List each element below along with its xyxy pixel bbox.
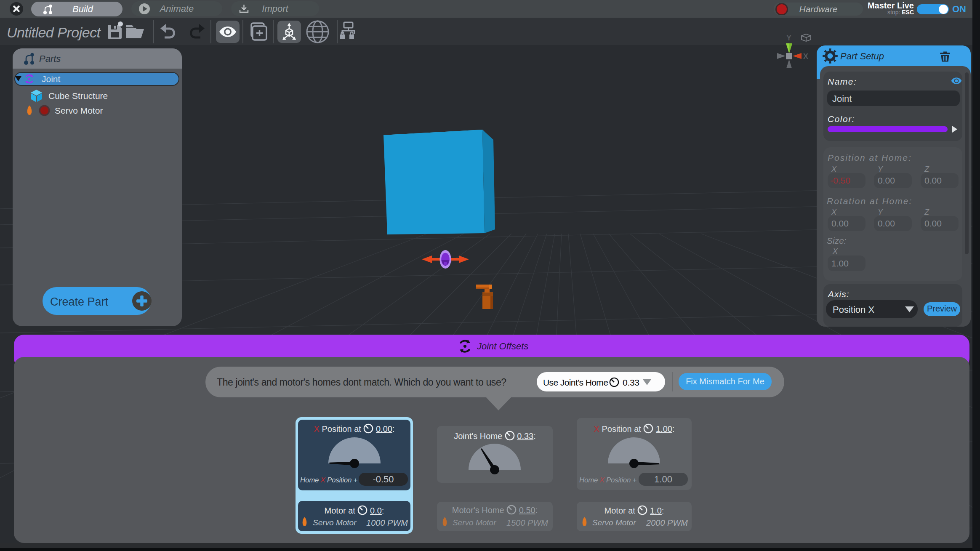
svg-text:Y: Y bbox=[786, 34, 791, 42]
svg-text:X: X bbox=[803, 52, 808, 61]
